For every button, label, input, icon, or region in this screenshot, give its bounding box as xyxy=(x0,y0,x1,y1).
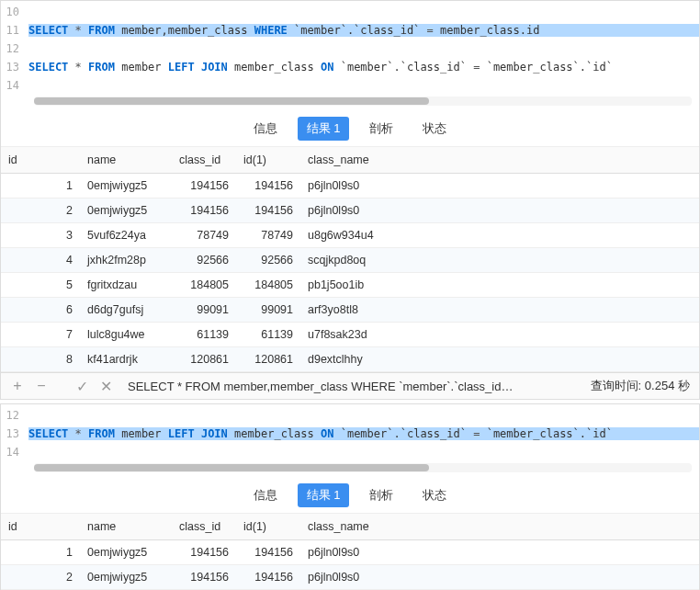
line-number: 13 xyxy=(1,427,28,440)
tab-info[interactable]: 信息 xyxy=(244,483,287,507)
row-gutter xyxy=(1,323,16,347)
table-row[interactable]: 4jxhk2fm28p9256692566scqjkpd8oq xyxy=(1,248,699,273)
cell-name[interactable]: kf41ardrjk xyxy=(80,347,172,372)
cell-class-name[interactable]: p6jln0l9s0 xyxy=(300,565,699,590)
cell-class-name[interactable]: u8g6w934u4 xyxy=(300,223,699,248)
line-code[interactable]: SELECT * FROM member,member_class WHERE … xyxy=(28,24,699,37)
query-panel-2: 1213SELECT * FROM member LEFT JOIN membe… xyxy=(0,403,700,590)
editor-line[interactable]: 12 xyxy=(1,40,699,58)
tab-profile[interactable]: 剖析 xyxy=(360,483,402,507)
cell-name[interactable]: fgritxdzau xyxy=(80,273,172,298)
editor-line[interactable]: 12 xyxy=(1,406,699,425)
table-row[interactable]: 5fgritxdzau184805184805pb1j5oo1ib xyxy=(1,273,699,298)
cell-class-name[interactable]: u7f8sak23d xyxy=(300,323,699,347)
cell-rownum: 2 xyxy=(16,199,80,223)
col-header-id1[interactable]: id(1) xyxy=(236,147,300,174)
table-row[interactable]: 10emjwiygz5194156194156p6jln0l9s0 xyxy=(1,540,699,565)
table-row[interactable]: 35vuf6z24ya7874978749u8g6w934u4 xyxy=(1,223,699,248)
cancel-icon[interactable]: ✕ xyxy=(98,379,113,393)
editor-line[interactable]: 13SELECT * FROM member LEFT JOIN member_… xyxy=(1,425,699,443)
cell-class-id[interactable]: 194156 xyxy=(172,565,236,590)
tab-status[interactable]: 状态 xyxy=(413,117,456,141)
row-gutter xyxy=(1,199,16,223)
cell-class-id[interactable]: 61139 xyxy=(172,323,236,347)
cell-id1[interactable]: 92566 xyxy=(236,248,300,273)
cell-class-id[interactable]: 99091 xyxy=(172,298,236,323)
table-row[interactable]: 20emjwiygz5194156194156p6jln0l9s0 xyxy=(1,565,699,590)
line-number: 12 xyxy=(1,42,28,55)
horizontal-scrollbar[interactable] xyxy=(34,96,692,106)
cell-name[interactable]: d6dg7gufsj xyxy=(80,298,172,323)
cell-class-name[interactable]: p6jln0l9s0 xyxy=(300,174,699,199)
cell-name[interactable]: 5vuf6z24ya xyxy=(80,223,172,248)
col-header-class_id[interactable]: class_id xyxy=(172,147,236,174)
editor-line[interactable]: 14 xyxy=(1,76,699,95)
cell-class-name[interactable]: arf3yo8tl8 xyxy=(300,298,699,323)
col-header-name[interactable]: name xyxy=(80,147,172,174)
cell-class-name[interactable]: pb1j5oo1ib xyxy=(300,273,699,298)
col-header-id1[interactable]: id(1) xyxy=(236,514,300,540)
cell-id1[interactable]: 194156 xyxy=(236,540,300,565)
cell-rownum: 1 xyxy=(16,540,80,565)
scrollbar-thumb[interactable] xyxy=(34,464,429,471)
cell-class-name[interactable]: scqjkpd8oq xyxy=(300,248,699,273)
horizontal-scrollbar[interactable] xyxy=(34,463,692,472)
table-row[interactable]: 6d6dg7gufsj9909199091arf3yo8tl8 xyxy=(1,298,699,323)
cell-rownum: 3 xyxy=(16,223,80,248)
cell-name[interactable]: 0emjwiygz5 xyxy=(80,199,172,223)
scrollbar-thumb[interactable] xyxy=(34,97,429,105)
editor-line[interactable]: 11SELECT * FROM member,member_class WHER… xyxy=(1,21,699,40)
cell-class-id[interactable]: 194156 xyxy=(172,540,236,565)
cell-class-id[interactable]: 184805 xyxy=(172,273,236,298)
cell-class-id[interactable]: 92566 xyxy=(172,248,236,273)
cell-class-name[interactable]: d9extclhhy xyxy=(300,347,699,372)
cell-name[interactable]: lulc8gu4we xyxy=(80,323,172,347)
cell-class-id[interactable]: 78749 xyxy=(172,223,236,248)
delete-row-icon[interactable]: − xyxy=(34,379,49,393)
add-row-icon[interactable]: + xyxy=(10,379,25,393)
cell-id1[interactable]: 120861 xyxy=(236,347,300,372)
result-tabs: 信息结果 1剖析状态 xyxy=(1,111,699,147)
cell-id1[interactable]: 194156 xyxy=(236,174,300,199)
cell-class-id[interactable]: 194156 xyxy=(172,199,236,223)
col-header-class_name[interactable]: class_name xyxy=(300,147,699,174)
editor-line[interactable]: 10 xyxy=(1,3,699,21)
table-row[interactable]: 20emjwiygz5194156194156p6jln0l9s0 xyxy=(1,199,699,223)
tab-profile[interactable]: 剖析 xyxy=(360,117,402,141)
cell-id1[interactable]: 194156 xyxy=(236,199,300,223)
cell-id1[interactable]: 194156 xyxy=(236,565,300,590)
editor-line[interactable]: 14 xyxy=(1,443,699,461)
cell-name[interactable]: 0emjwiygz5 xyxy=(80,565,172,590)
cell-id1[interactable]: 99091 xyxy=(236,298,300,323)
line-code[interactable]: SELECT * FROM member LEFT JOIN member_cl… xyxy=(28,61,699,74)
result-tabs: 信息结果 1剖析状态 xyxy=(1,478,699,514)
sql-editor[interactable]: 1011SELECT * FROM member,member_class WH… xyxy=(1,1,699,111)
cell-id1[interactable]: 184805 xyxy=(236,273,300,298)
col-header-class_name[interactable]: class_name xyxy=(300,514,699,540)
editor-line[interactable]: 13SELECT * FROM member LEFT JOIN member_… xyxy=(1,58,699,76)
col-header-class_id[interactable]: class_id xyxy=(172,514,236,540)
cell-name[interactable]: jxhk2fm28p xyxy=(80,248,172,273)
cell-rownum: 4 xyxy=(16,248,80,273)
table-row[interactable]: 10emjwiygz5194156194156p6jln0l9s0 xyxy=(1,174,699,199)
col-header-id[interactable]: id xyxy=(1,514,80,540)
tab-status[interactable]: 状态 xyxy=(413,483,456,507)
tab-result[interactable]: 结果 1 xyxy=(298,117,350,141)
col-header-id[interactable]: id xyxy=(1,147,80,174)
cell-class-name[interactable]: p6jln0l9s0 xyxy=(300,540,699,565)
cell-name[interactable]: 0emjwiygz5 xyxy=(80,540,172,565)
apply-icon[interactable]: ✓ xyxy=(74,379,89,393)
cell-class-name[interactable]: p6jln0l9s0 xyxy=(300,199,699,223)
table-row[interactable]: 7lulc8gu4we6113961139u7f8sak23d xyxy=(1,323,699,347)
cell-id1[interactable]: 61139 xyxy=(236,323,300,347)
tab-result[interactable]: 结果 1 xyxy=(298,483,350,507)
cell-class-id[interactable]: 120861 xyxy=(172,347,236,372)
tab-info[interactable]: 信息 xyxy=(244,117,287,141)
cell-name[interactable]: 0emjwiygz5 xyxy=(80,174,172,199)
cell-id1[interactable]: 78749 xyxy=(236,223,300,248)
cell-class-id[interactable]: 194156 xyxy=(172,174,236,199)
table-row[interactable]: 8kf41ardrjk120861120861d9extclhhy xyxy=(1,347,699,372)
line-code[interactable]: SELECT * FROM member LEFT JOIN member_cl… xyxy=(28,427,699,440)
col-header-name[interactable]: name xyxy=(80,514,172,540)
sql-editor[interactable]: 1213SELECT * FROM member LEFT JOIN membe… xyxy=(1,404,699,478)
